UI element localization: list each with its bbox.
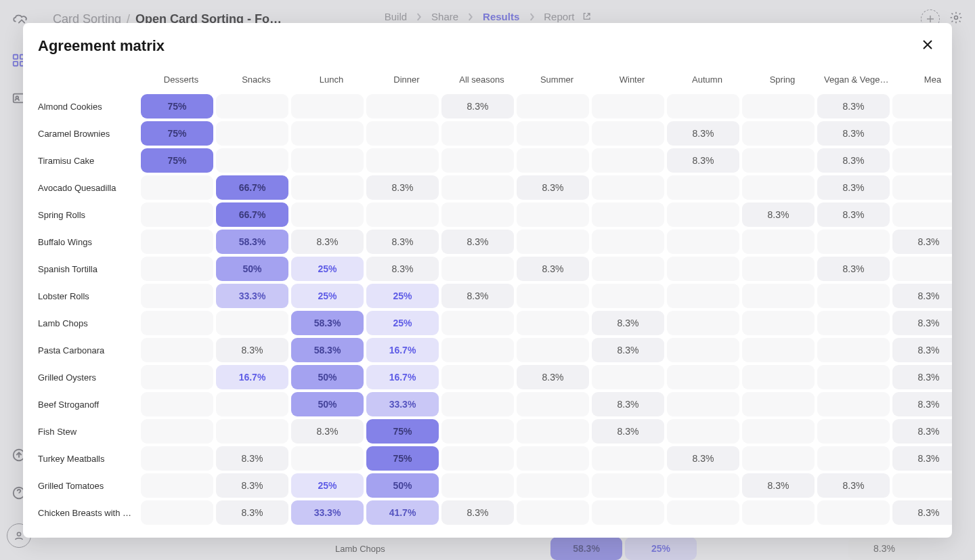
matrix-cell[interactable] [291,175,364,200]
matrix-cell[interactable] [817,230,890,254]
matrix-cell[interactable]: 8.3% [216,500,288,525]
matrix-cell[interactable]: 8.3% [517,257,589,281]
matrix-cell[interactable]: 8.3% [291,419,364,444]
matrix-cell[interactable] [441,419,514,444]
matrix-cell[interactable]: 8.3% [892,284,952,308]
matrix-cell[interactable] [592,257,664,281]
matrix-cell[interactable] [892,202,952,227]
matrix-cell[interactable]: 33.3% [216,284,288,308]
matrix-cell[interactable] [742,94,815,119]
matrix-cell[interactable] [892,175,952,200]
matrix-cell[interactable] [141,175,213,200]
matrix-cell[interactable] [742,392,815,416]
matrix-cell[interactable] [517,392,589,416]
matrix-cell[interactable]: 8.3% [742,202,815,227]
matrix-cell[interactable]: 33.3% [291,500,364,525]
matrix-cell[interactable]: 8.3% [216,446,288,471]
matrix-cell[interactable] [742,338,815,362]
matrix-cell[interactable]: 16.7% [216,365,288,389]
matrix-cell[interactable] [141,311,213,335]
matrix-cell[interactable]: 8.3% [441,94,514,119]
matrix-row-header[interactable]: Buffalo Wings [38,237,141,247]
matrix-cell[interactable]: 8.3% [517,365,589,389]
matrix-cell[interactable] [441,257,514,281]
matrix-cell[interactable] [141,392,213,416]
matrix-row-header[interactable]: Chicken Breasts with Cr… [38,508,141,518]
matrix-column-header[interactable]: Summer [519,65,594,94]
matrix-row-header[interactable]: Fish Stew [38,427,141,437]
close-icon[interactable] [918,35,937,57]
matrix-cell[interactable] [141,284,213,308]
matrix-cell[interactable] [667,94,739,119]
matrix-column-header[interactable]: Spring [745,65,820,94]
matrix-row-header[interactable]: Lobster Rolls [38,291,141,301]
matrix-cell[interactable] [517,230,589,254]
matrix-cell[interactable]: 8.3% [817,94,890,119]
matrix-cell[interactable] [216,94,288,119]
matrix-cell[interactable] [592,473,664,498]
matrix-cell[interactable] [366,94,439,119]
matrix-cell[interactable] [817,311,890,335]
matrix-cell[interactable] [517,419,589,444]
matrix-cell[interactable] [592,148,664,173]
matrix-cell[interactable]: 8.3% [892,392,952,416]
matrix-cell[interactable]: 75% [141,94,213,119]
matrix-cell[interactable]: 8.3% [892,446,952,471]
matrix-cell[interactable]: 8.3% [441,500,514,525]
matrix-cell[interactable]: 8.3% [517,175,589,200]
matrix-cell[interactable] [742,365,815,389]
matrix-cell[interactable] [667,365,739,389]
matrix-cell[interactable] [441,175,514,200]
matrix-cell[interactable] [141,202,213,227]
matrix-cell[interactable] [441,473,514,498]
matrix-cell[interactable] [667,392,739,416]
matrix-cell[interactable]: 8.3% [216,338,288,362]
matrix-cell[interactable] [742,500,815,525]
matrix-cell[interactable]: 33.3% [366,392,439,416]
matrix-cell[interactable] [817,500,890,525]
matrix-cell[interactable] [441,338,514,362]
matrix-cell[interactable] [216,311,288,335]
matrix-cell[interactable]: 8.3% [817,121,890,146]
matrix-row-header[interactable]: Pasta Carbonara [38,345,141,356]
matrix-cell[interactable]: 8.3% [592,392,664,416]
matrix-cell[interactable]: 50% [216,257,288,281]
matrix-cell[interactable]: 8.3% [817,257,890,281]
matrix-cell[interactable] [216,121,288,146]
matrix-row-header[interactable]: Caramel Brownies [38,129,141,139]
matrix-cell[interactable] [441,202,514,227]
matrix-cell[interactable] [742,419,815,444]
matrix-cell[interactable]: 8.3% [892,338,952,362]
matrix-cell[interactable] [742,175,815,200]
matrix-cell[interactable] [667,500,739,525]
matrix-cell[interactable] [667,338,739,362]
matrix-row-header[interactable]: Turkey Meatballs [38,454,141,464]
matrix-row-header[interactable]: Lamb Chops [38,318,141,328]
matrix-cell[interactable] [667,284,739,308]
matrix-cell[interactable]: 8.3% [592,311,664,335]
matrix-cell[interactable] [592,230,664,254]
matrix-row-header[interactable]: Tiramisu Cake [38,156,141,166]
matrix-cell[interactable] [291,121,364,146]
matrix-cell[interactable]: 8.3% [892,230,952,254]
matrix-cell[interactable]: 50% [291,392,364,416]
matrix-cell[interactable] [592,284,664,308]
matrix-cell[interactable] [892,257,952,281]
matrix-cell[interactable] [141,338,213,362]
matrix-cell[interactable] [517,121,589,146]
matrix-cell[interactable] [141,257,213,281]
matrix-column-header[interactable]: Lunch [294,65,369,94]
matrix-column-header[interactable]: Snacks [219,65,294,94]
matrix-row-header[interactable]: Grilled Tomatoes [38,481,141,491]
matrix-cell[interactable]: 75% [141,121,213,146]
matrix-cell[interactable]: 8.3% [667,446,739,471]
matrix-cell[interactable] [141,230,213,254]
matrix-cell[interactable]: 8.3% [366,257,439,281]
matrix-cell[interactable]: 8.3% [216,473,288,498]
matrix-cell[interactable]: 8.3% [892,500,952,525]
matrix-cell[interactable] [517,446,589,471]
matrix-cell[interactable] [291,94,364,119]
matrix-cell[interactable]: 8.3% [667,121,739,146]
matrix-cell[interactable] [216,419,288,444]
matrix-cell[interactable] [592,446,664,471]
